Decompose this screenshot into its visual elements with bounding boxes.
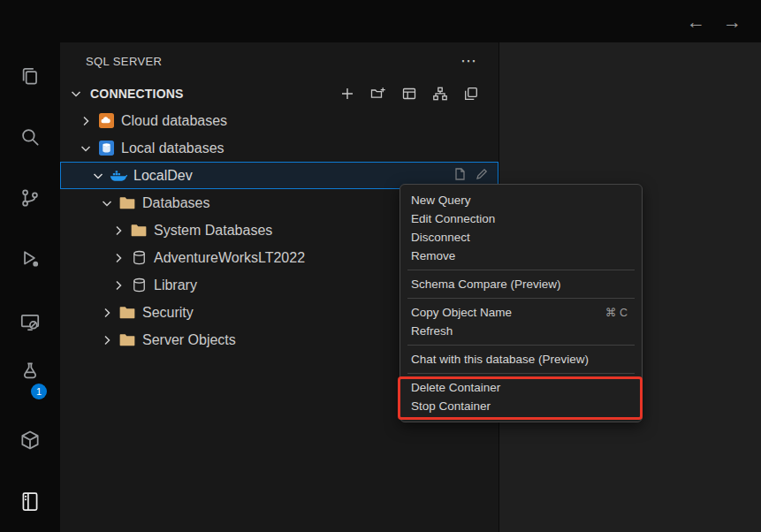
chevron-right-icon[interactable]	[110, 223, 126, 239]
run-debug-icon[interactable]	[16, 245, 44, 273]
panel-title: SQL SERVER	[86, 55, 162, 68]
activity-bar: 1	[0, 42, 60, 532]
chevron-right-icon[interactable]	[110, 250, 126, 266]
chevron-down-icon[interactable]	[68, 86, 84, 102]
new-connection-group-icon[interactable]	[369, 85, 386, 102]
forward-arrow-icon[interactable]: →	[723, 12, 742, 31]
chevron-down-icon[interactable]	[78, 141, 94, 156]
menu-item-label: Delete Container	[411, 381, 500, 394]
chevron-right-icon[interactable]	[99, 305, 115, 321]
folder-icon	[118, 331, 136, 349]
connections-toolbar	[339, 85, 479, 102]
folder-icon	[118, 304, 136, 322]
database-icon	[130, 277, 148, 294]
menu-item-schema-compare[interactable]: Schema Compare (Preview)	[400, 275, 642, 293]
folder-icon	[130, 222, 148, 239]
connections-label: CONNECTIONS	[90, 87, 184, 101]
notification-badge: 1	[31, 384, 47, 399]
menu-item-copy-object-name[interactable]: Copy Object Name ⌘ C	[400, 303, 642, 322]
tree-item-label: Cloud databases	[121, 113, 227, 129]
menu-separator	[407, 270, 635, 270]
menu-item-label: Chat with this database (Preview)	[411, 353, 589, 366]
docker-containers-icon[interactable]	[16, 426, 44, 454]
menu-item-new-query[interactable]: New Query	[400, 191, 642, 209]
table-icon[interactable]	[400, 85, 417, 102]
menu-item-label: Copy Object Name	[411, 306, 512, 319]
menu-separator	[407, 345, 635, 346]
chevron-right-icon[interactable]	[110, 277, 126, 293]
tree-item-label: Library	[154, 277, 197, 293]
tree-item-label: LocalDev	[133, 168, 193, 184]
menu-item-label: Remove	[411, 249, 455, 262]
tree-item-local-databases[interactable]: Local databases	[60, 134, 498, 162]
tree-item-label: Databases	[142, 195, 210, 211]
menu-item-shortcut: ⌘ C	[605, 306, 628, 319]
collapse-all-icon[interactable]	[462, 85, 479, 102]
menu-item-label: Stop Container	[411, 399, 491, 413]
connections-section-header[interactable]: CONNECTIONS	[60, 80, 498, 107]
menu-item-label: Schema Compare (Preview)	[411, 277, 561, 291]
vscode-window: ← → 1 SQL SERVER ⋯	[0, 0, 761, 532]
docker-whale-icon	[110, 167, 127, 185]
menu-item-disconnect[interactable]: Disconnect	[400, 228, 642, 247]
remote-monitor-icon[interactable]	[16, 308, 44, 336]
testing-flask-icon[interactable]	[16, 357, 44, 385]
menu-item-edit-connection[interactable]: Edit Connection	[400, 209, 642, 228]
panel-header: SQL SERVER ⋯	[60, 42, 498, 80]
tree-item-label: System Databases	[154, 223, 272, 239]
context-menu: New Query Edit Connection Disconnect Rem…	[400, 184, 643, 422]
add-connection-icon[interactable]	[339, 85, 355, 102]
database-icon	[130, 249, 148, 267]
sql-server-icon[interactable]	[16, 487, 44, 515]
title-bar: ← →	[0, 0, 761, 42]
menu-item-label: New Query	[411, 194, 471, 207]
menu-separator	[407, 373, 635, 374]
menu-item-stop-container[interactable]: Stop Container	[400, 397, 642, 415]
search-icon[interactable]	[16, 123, 44, 151]
cloud-database-icon	[97, 112, 115, 130]
explorer-icon[interactable]	[16, 62, 44, 90]
tree-item-label: Local databases	[121, 141, 224, 156]
menu-item-chat-with-database[interactable]: Chat with this database (Preview)	[400, 350, 642, 369]
menu-item-label: Edit Connection	[411, 212, 495, 225]
menu-item-delete-container[interactable]: Delete Container	[400, 378, 642, 397]
edit-connection-inline-icon[interactable]	[475, 167, 489, 185]
tree-item-label: Server Objects	[142, 332, 236, 348]
menu-separator	[407, 298, 635, 299]
new-query-inline-icon[interactable]	[453, 167, 467, 185]
more-actions-icon[interactable]: ⋯	[460, 57, 476, 65]
chevron-down-icon[interactable]	[99, 195, 115, 211]
back-arrow-icon[interactable]: ←	[687, 12, 705, 31]
menu-item-refresh[interactable]: Refresh	[400, 322, 642, 340]
hierarchy-icon[interactable]	[431, 85, 448, 102]
tree-item-label: Security	[142, 305, 194, 321]
menu-item-remove[interactable]: Remove	[400, 247, 642, 265]
chevron-down-icon[interactable]	[90, 168, 106, 184]
local-database-icon	[97, 140, 115, 157]
chevron-right-icon[interactable]	[99, 332, 115, 348]
tree-item-label: AdventureWorksLT2022	[154, 250, 305, 266]
source-control-icon[interactable]	[16, 184, 44, 212]
folder-icon	[118, 194, 136, 212]
tree-item-cloud-databases[interactable]: Cloud databases	[60, 107, 498, 134]
chevron-right-icon[interactable]	[78, 113, 94, 129]
menu-item-label: Disconnect	[411, 231, 470, 244]
menu-item-label: Refresh	[411, 324, 453, 338]
